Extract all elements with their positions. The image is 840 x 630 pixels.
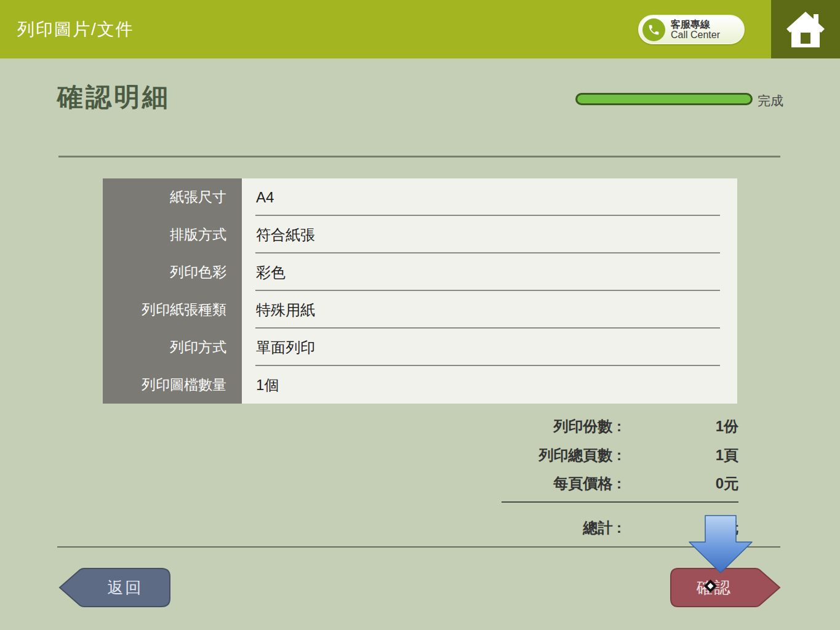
call-center-button[interactable]: 客服專線 Call Center bbox=[638, 15, 745, 44]
row-label: 列印圖檔數量 bbox=[103, 366, 242, 404]
table-row: 列印圖檔數量 1個 bbox=[103, 366, 737, 404]
divider-top bbox=[58, 156, 780, 158]
summary-label: 列印份數 : bbox=[502, 417, 622, 436]
total-label: 總計 : bbox=[502, 519, 622, 537]
progress-fill bbox=[577, 95, 751, 103]
table-row: 列印方式 單面列印 bbox=[103, 329, 737, 366]
row-label: 紙張尺寸 bbox=[103, 178, 242, 216]
summary-value: 1頁 bbox=[622, 446, 738, 465]
summary-value: 0元 bbox=[622, 474, 738, 493]
row-label: 列印方式 bbox=[103, 329, 242, 366]
pointer-down-arrow-icon bbox=[688, 515, 753, 574]
row-label: 列印紙張種類 bbox=[103, 291, 242, 329]
back-button[interactable]: 返回 bbox=[58, 567, 172, 608]
summary-row-pages: 列印總頁數 : 1頁 bbox=[502, 446, 738, 465]
summary-label: 每頁價格 : bbox=[502, 474, 622, 493]
divider-bottom bbox=[57, 546, 780, 548]
table-row: 紙張尺寸 A4 bbox=[103, 178, 737, 216]
header-bar: 列印圖片/文件 客服專線 Call Center bbox=[0, 0, 840, 58]
page-title: 確認明細 bbox=[57, 80, 170, 114]
phone-icon bbox=[642, 18, 665, 41]
kiosk-screen: 列印圖片/文件 客服專線 Call Center 確認明細 完成 bbox=[0, 0, 840, 630]
summary-row-price: 每頁價格 : 0元 bbox=[502, 474, 738, 493]
progress-complete-label: 完成 bbox=[758, 92, 783, 110]
table-row: 列印紙張種類 特殊用紙 bbox=[103, 291, 737, 329]
app-title: 列印圖片/文件 bbox=[17, 0, 134, 58]
row-value: 特殊用紙 bbox=[242, 291, 737, 329]
call-center-label-zh: 客服專線 bbox=[671, 19, 720, 30]
home-button[interactable] bbox=[771, 0, 840, 58]
back-button-label: 返回 bbox=[81, 567, 170, 608]
summary-label: 列印總頁數 : bbox=[502, 446, 622, 465]
row-value: 1個 bbox=[242, 366, 737, 404]
row-value: 彩色 bbox=[242, 253, 737, 291]
details-table: 紙張尺寸 A4 排版方式 符合紙張 列印色彩 彩色 列印紙張種類 特殊用紙 列印… bbox=[103, 178, 737, 404]
progress-bar bbox=[575, 93, 753, 105]
home-icon bbox=[786, 12, 825, 47]
row-label: 排版方式 bbox=[103, 216, 242, 253]
summary-row-copies: 列印份數 : 1份 bbox=[502, 417, 738, 436]
summary-divider bbox=[502, 501, 738, 503]
table-row: 排版方式 符合紙張 bbox=[103, 216, 737, 253]
call-center-labels: 客服專線 Call Center bbox=[671, 19, 720, 41]
row-value: A4 bbox=[242, 178, 737, 216]
row-value: 符合紙張 bbox=[242, 216, 737, 253]
row-label: 列印色彩 bbox=[103, 253, 242, 291]
call-center-label-en: Call Center bbox=[671, 30, 720, 40]
table-row: 列印色彩 彩色 bbox=[103, 253, 737, 291]
row-value: 單面列印 bbox=[242, 329, 737, 366]
summary-value: 1份 bbox=[622, 417, 738, 436]
